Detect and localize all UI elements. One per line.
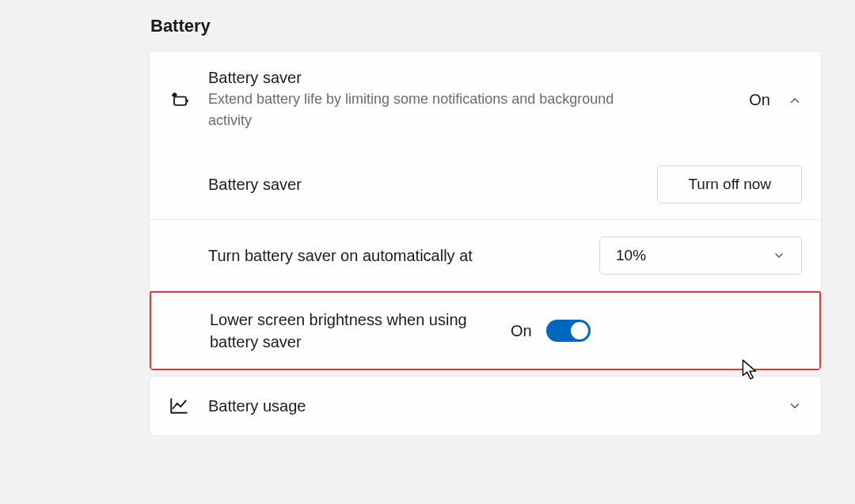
battery-saver-panel: Battery saver Extend battery life by lim… <box>149 51 822 371</box>
battery-saver-icon <box>169 89 208 112</box>
brightness-state: On <box>511 322 532 340</box>
chevron-down-icon <box>788 399 802 413</box>
auto-threshold-select[interactable]: 10% <box>599 237 802 275</box>
section-title: Battery <box>149 16 822 36</box>
brightness-row: Lower screen brightness when using batte… <box>151 293 819 369</box>
auto-threshold-label: Turn battery saver on automatically at <box>208 244 599 267</box>
auto-threshold-row: Turn battery saver on automatically at 1… <box>150 220 821 291</box>
highlight-box: Lower screen brightness when using batte… <box>150 291 821 370</box>
battery-saver-sub-label: Battery saver <box>208 173 657 195</box>
chevron-down-icon <box>773 249 785 262</box>
toggle-thumb <box>571 322 588 339</box>
battery-usage-label: Battery usage <box>208 397 788 415</box>
battery-saver-header[interactable]: Battery saver Extend battery life by lim… <box>150 51 821 149</box>
chart-icon <box>169 396 208 416</box>
battery-saver-toggle-row: Battery saver Turn off now <box>150 149 821 220</box>
chevron-up-icon <box>788 93 802 108</box>
brightness-toggle[interactable] <box>546 320 591 342</box>
auto-threshold-value: 10% <box>616 247 646 264</box>
battery-usage-panel[interactable]: Battery usage <box>149 376 822 436</box>
turn-off-now-button[interactable]: Turn off now <box>657 165 802 203</box>
brightness-label: Lower screen brightness when using batte… <box>210 309 511 353</box>
battery-saver-state: On <box>749 91 770 109</box>
svg-rect-1 <box>186 99 188 101</box>
svg-rect-0 <box>174 97 186 104</box>
battery-saver-title: Battery saver <box>208 69 749 87</box>
battery-saver-subtitle: Extend battery life by limiting some not… <box>208 89 636 131</box>
